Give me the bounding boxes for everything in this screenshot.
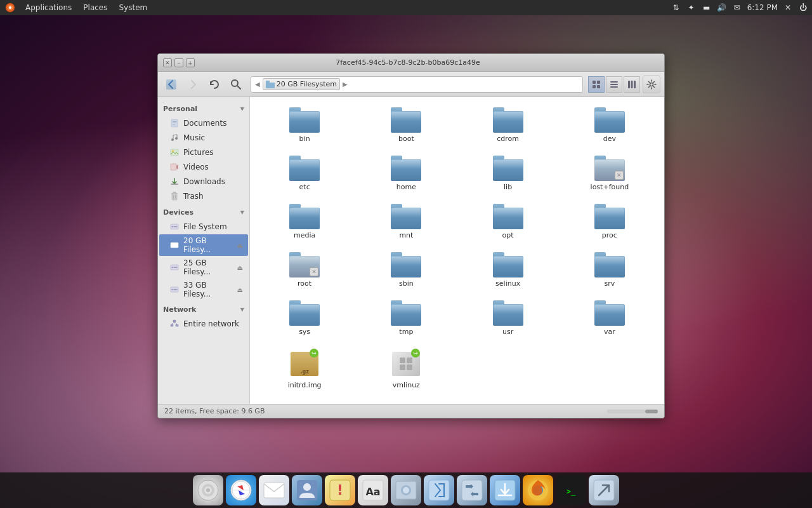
- icon-view-button[interactable]: [588, 76, 605, 93]
- sidebar-item-20gb[interactable]: 20 GB Filesy... ⏏: [159, 234, 248, 256]
- file-item-bin[interactable]: bin: [256, 104, 353, 147]
- dock-item-xcode2[interactable]: [457, 475, 487, 505]
- file-item-mnt[interactable]: mnt: [358, 200, 454, 243]
- svg-rect-12: [610, 84, 618, 85]
- dock-item-mail[interactable]: [259, 475, 289, 505]
- bluetooth-icon[interactable]: ✦: [686, 3, 697, 13]
- back-button[interactable]: [162, 75, 181, 94]
- close-session-icon[interactable]: ✕: [783, 3, 793, 13]
- sidebar-item-25gb[interactable]: 25 GB Filesy... ⏏: [159, 257, 248, 278]
- nav-right-arrow[interactable]: ▶: [343, 81, 348, 88]
- file-item-srv[interactable]: srv: [561, 248, 658, 291]
- file-item-dev[interactable]: dev: [561, 104, 658, 147]
- 25gb-eject[interactable]: ⏏: [237, 264, 243, 271]
- transfer-icon[interactable]: ⇅: [671, 3, 681, 13]
- volume-icon[interactable]: 🔊: [717, 3, 727, 13]
- file-item-sys[interactable]: sys: [256, 297, 353, 340]
- system-menu[interactable]: System: [114, 2, 152, 13]
- file-item-proc[interactable]: proc: [561, 200, 658, 243]
- svg-rect-46: [407, 364, 412, 370]
- close-button[interactable]: ✕: [163, 58, 172, 67]
- 20gb-eject[interactable]: ⏏: [237, 242, 243, 249]
- forward-button[interactable]: [183, 75, 202, 94]
- sidebar-item-entire-network[interactable]: Entire network: [159, 317, 248, 331]
- minimize-button[interactable]: –: [174, 58, 183, 67]
- personal-section-header[interactable]: Personal ▼: [158, 102, 249, 116]
- folder-icon: [289, 300, 320, 326]
- 33gb-eject[interactable]: ⏏: [237, 286, 243, 293]
- reload-button[interactable]: [205, 75, 224, 94]
- dock-item-terminal[interactable]: >_: [556, 475, 586, 505]
- file-item-cdrom[interactable]: cdrom: [460, 104, 556, 147]
- scrollbar[interactable]: [607, 410, 658, 413]
- file-item-home[interactable]: home: [358, 152, 454, 195]
- places-menu[interactable]: Places: [78, 2, 112, 13]
- email-icon[interactable]: ✉: [732, 3, 742, 13]
- file-item-media[interactable]: media: [256, 200, 353, 243]
- svg-rect-16: [634, 81, 636, 88]
- file-item-var[interactable]: var: [561, 297, 658, 340]
- svg-rect-62: [429, 480, 449, 500]
- sidebar-item-pictures[interactable]: Pictures: [159, 145, 248, 159]
- battery-icon[interactable]: ▬: [702, 3, 712, 13]
- file-item-etc[interactable]: etc: [256, 152, 353, 195]
- dock-item-dictionary[interactable]: Aa: [358, 475, 388, 505]
- file-label: proc: [602, 231, 617, 239]
- svg-text:Aa: Aa: [365, 486, 380, 498]
- scroll-track[interactable]: [607, 410, 658, 413]
- maximize-button[interactable]: +: [186, 58, 195, 67]
- file-item-lost+found[interactable]: ✕ lost+found: [561, 152, 658, 195]
- file-item-lib[interactable]: lib: [460, 152, 556, 195]
- file-item-tmp[interactable]: tmp: [358, 297, 454, 340]
- applications-menu[interactable]: Applications: [20, 2, 77, 13]
- file-item-root[interactable]: ✕ root: [256, 248, 353, 291]
- file-label: mnt: [399, 231, 413, 239]
- nav-left-arrow[interactable]: ◀: [255, 81, 260, 88]
- network-section-header[interactable]: Network ▼: [158, 303, 249, 316]
- folder-noaccess-icon: ✕: [594, 156, 625, 181]
- downloads-icon: [169, 177, 180, 187]
- svg-text:>_: >_: [566, 487, 576, 496]
- current-location[interactable]: 20 GB Filesystem: [263, 78, 340, 90]
- svg-rect-15: [631, 81, 633, 88]
- power-icon[interactable]: ⏻: [798, 3, 808, 13]
- dock-item-cd[interactable]: [193, 475, 223, 505]
- file-item-vmlinuz[interactable]: ↪ vmlinuz: [358, 345, 454, 393]
- sidebar-item-documents[interactable]: Documents: [159, 116, 248, 130]
- search-button[interactable]: [226, 75, 246, 94]
- sidebar-item-downloads[interactable]: Downloads: [159, 175, 248, 189]
- dock-item-arrow[interactable]: [589, 475, 619, 505]
- file-label: root: [298, 279, 311, 288]
- column-view-button[interactable]: [624, 76, 640, 93]
- file-item-initrd.img[interactable]: .gz ↪ initrd.img: [256, 345, 353, 393]
- file-label: var: [604, 328, 615, 336]
- dock-item-safari[interactable]: [226, 475, 256, 505]
- devices-section-header[interactable]: Devices ▼: [158, 206, 249, 219]
- dock-item-download[interactable]: [490, 475, 520, 505]
- file-label: media: [294, 231, 315, 239]
- dock-item-firefox[interactable]: [523, 475, 553, 505]
- sidebar-item-videos[interactable]: Videos: [159, 160, 248, 174]
- folder-icon: [493, 252, 523, 277]
- settings-button[interactable]: [643, 76, 660, 93]
- svg-rect-41: [171, 324, 173, 326]
- file-item-boot[interactable]: boot: [358, 104, 454, 147]
- dock-item-reminders[interactable]: !: [325, 475, 355, 505]
- dock-item-xcode[interactable]: [424, 475, 454, 505]
- dock-item-contacts[interactable]: [292, 475, 322, 505]
- file-item-selinux[interactable]: selinux: [460, 248, 556, 291]
- file-item-sbin[interactable]: sbin: [358, 248, 454, 291]
- sidebar-item-33gb[interactable]: 33 GB Filesy... ⏏: [159, 279, 248, 300]
- window-controls: ✕ – +: [163, 58, 195, 67]
- list-view-button[interactable]: [606, 76, 622, 93]
- scroll-thumb[interactable]: [645, 410, 658, 413]
- svg-rect-13: [610, 86, 618, 88]
- sidebar-item-trash[interactable]: Trash: [159, 189, 248, 203]
- file-item-usr[interactable]: usr: [460, 297, 556, 340]
- system-logo[interactable]: [4, 1, 16, 14]
- sidebar-item-music[interactable]: Music: [159, 131, 248, 145]
- file-item-opt[interactable]: opt: [460, 200, 556, 243]
- sidebar-item-filesystem[interactable]: File System: [159, 220, 248, 234]
- dock-item-photos[interactable]: [391, 475, 421, 505]
- filesystem-label: File System: [183, 222, 227, 231]
